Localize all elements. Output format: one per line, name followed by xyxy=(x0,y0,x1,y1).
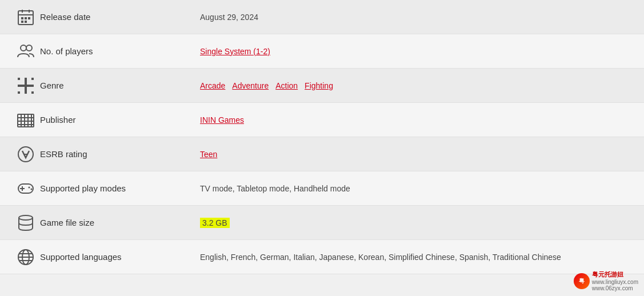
esrb-rating-link[interactable]: Teen xyxy=(200,150,217,159)
play-modes-icon xyxy=(11,179,40,198)
play-modes-label: Supported play modes xyxy=(40,183,200,193)
svg-rect-6 xyxy=(28,17,30,19)
svg-rect-7 xyxy=(21,21,23,23)
svg-point-10 xyxy=(26,45,32,51)
row-esrb-rating: ESRB ratingTeen xyxy=(0,137,644,171)
file-size-highlight: 3.2 GB xyxy=(200,218,230,228)
row-no-of-players: No. of playersSingle System (1-2) xyxy=(0,34,644,69)
svg-rect-8 xyxy=(25,21,27,23)
esrb-rating-label: ESRB rating xyxy=(40,149,200,159)
svg-point-32 xyxy=(19,215,33,220)
watermark-url2: www.06zyx.com xyxy=(592,285,638,291)
no-of-players-icon xyxy=(11,42,40,61)
watermark-brand: 粤元托游妞 xyxy=(592,270,638,279)
genre-value[interactable]: ArcadeAdventureActionFighting xyxy=(200,81,633,90)
languages-value: English, French, German, Italian, Japane… xyxy=(200,253,633,262)
release-date-label: Release date xyxy=(40,12,200,22)
svg-rect-4 xyxy=(21,17,23,19)
no-of-players-value[interactable]: Single System (1-2) xyxy=(200,47,633,56)
row-publisher: PublisherININ Games xyxy=(0,103,644,137)
svg-rect-15 xyxy=(18,91,20,94)
genre-link[interactable]: Fighting xyxy=(305,81,333,90)
genre-link[interactable]: Action xyxy=(275,81,298,90)
esrb-rating-icon xyxy=(11,145,40,163)
row-file-size: Game file size3.2 GB xyxy=(0,206,644,240)
svg-point-30 xyxy=(29,186,30,188)
genre-link[interactable]: Adventure xyxy=(232,81,269,90)
watermark-url1: www.lingliuyx.com xyxy=(592,279,638,285)
release-date-icon xyxy=(11,8,40,26)
watermark-logo: 粤 粤元托游妞 www.lingliuyx.com www.06zyx.com xyxy=(574,270,638,291)
genre-label: Genre xyxy=(40,81,200,90)
game-info-container: Release dateAugust 29, 2024 No. of playe… xyxy=(0,0,644,274)
languages-icon xyxy=(11,248,40,266)
file-size-value: 3.2 GB xyxy=(200,218,633,227)
publisher-link[interactable]: ININ Games xyxy=(200,115,244,125)
esrb-rating-value[interactable]: Teen xyxy=(200,150,633,159)
svg-rect-12 xyxy=(18,85,34,87)
row-genre: GenreArcadeAdventureActionFighting xyxy=(0,69,644,103)
row-play-modes: Supported play modesTV mode, Tabletop mo… xyxy=(0,171,644,206)
row-release-date: Release dateAugust 29, 2024 xyxy=(0,0,644,34)
svg-rect-16 xyxy=(31,91,34,94)
no-of-players-link[interactable]: Single System (1-2) xyxy=(200,47,270,56)
svg-rect-5 xyxy=(25,17,27,19)
publisher-label: Publisher xyxy=(40,115,200,125)
file-size-icon xyxy=(11,214,40,232)
genre-icon xyxy=(11,77,40,95)
publisher-value[interactable]: ININ Games xyxy=(200,115,633,125)
genre-link[interactable]: Arcade xyxy=(200,81,225,90)
svg-point-31 xyxy=(31,188,33,190)
watermark-icon: 粤 xyxy=(574,273,590,289)
row-languages: Supported languagesEnglish, French, Germ… xyxy=(0,240,644,274)
release-date-value: August 29, 2024 xyxy=(200,13,633,22)
play-modes-value: TV mode, Tabletop mode, Handheld mode xyxy=(200,184,633,193)
languages-label: Supported languages xyxy=(40,252,200,262)
svg-rect-14 xyxy=(31,78,34,80)
svg-rect-13 xyxy=(18,78,20,80)
watermark: 粤 粤元托游妞 www.lingliuyx.com www.06zyx.com xyxy=(574,270,638,291)
file-size-label: Game file size xyxy=(40,218,200,227)
svg-point-9 xyxy=(21,45,26,51)
publisher-icon xyxy=(11,111,40,129)
no-of-players-label: No. of players xyxy=(40,46,200,56)
